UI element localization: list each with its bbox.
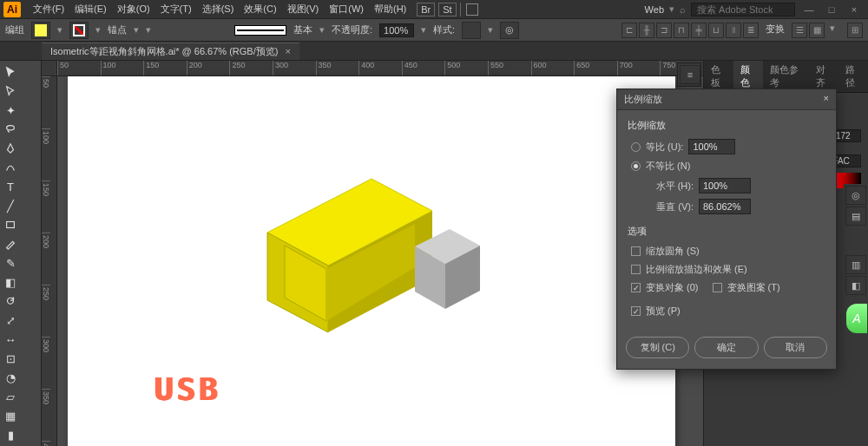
isolate-icon[interactable]: ☰ [792, 23, 807, 38]
layers-dock-icon[interactable]: ▤ [845, 207, 866, 226]
right-icon-dock: ◎ ▤ ▥ ◧ [844, 184, 868, 297]
distribute-h[interactable]: ⫴ [726, 23, 741, 38]
ok-button[interactable]: 确定 [694, 337, 758, 358]
properties-dock-icon[interactable]: ◧ [845, 276, 866, 295]
screen-mode[interactable]: ⊞ [847, 23, 863, 38]
dialog-close-icon[interactable]: × [824, 93, 829, 106]
align-right[interactable]: ⊐ [656, 23, 672, 38]
document-tabs: Isometric等距视角斜角网格.ai* @ 66.67% (RGB/预览) … [0, 42, 868, 61]
preview-checkbox[interactable] [631, 306, 641, 316]
gradient-tool[interactable]: ▮ [0, 425, 21, 444]
width-tool[interactable]: ↔ [0, 330, 21, 349]
free-transform-tool[interactable]: ⊡ [0, 349, 21, 368]
align-bottom[interactable]: ⊔ [708, 23, 724, 38]
align-left[interactable]: ⊏ [621, 23, 637, 38]
mesh-tool[interactable]: ▦ [0, 406, 21, 425]
rectangle-tool[interactable] [0, 215, 21, 234]
dock-collapse-icon[interactable]: ≡ [680, 65, 700, 84]
lasso-tool[interactable] [0, 120, 21, 139]
opacity-field[interactable]: 100% [379, 23, 414, 37]
line-tool[interactable]: ╱ [0, 196, 21, 215]
toolbox: ✦ T ╱ ✎ ◧ ⤢ ↔ ⊡ ◔ ▱ ▦ ▮ ◉ ✱ ▥ ▢ ✂ ✋ ⌕ [0, 61, 42, 446]
perspective-tool[interactable]: ▱ [0, 387, 21, 406]
assistant-fab[interactable]: A [846, 304, 867, 333]
preview-label: 预览 (P) [646, 305, 681, 318]
uniform-radio[interactable] [631, 142, 641, 152]
stroke-swatch[interactable] [69, 22, 89, 39]
fill-swatch[interactable] [31, 22, 50, 39]
panel-tab-pathfinder[interactable]: 路径 [838, 61, 868, 92]
align-vcenter[interactable]: ╪ [691, 23, 707, 38]
menu-type[interactable]: 文字(T) [155, 3, 197, 16]
arrange-icon[interactable]: ▦ [809, 23, 825, 38]
stock-button[interactable]: St [438, 3, 456, 16]
menu-view[interactable]: 视图(V) [282, 3, 325, 16]
stroke-preview[interactable] [234, 25, 286, 36]
ruler-origin[interactable] [42, 61, 57, 76]
svg-point-0 [7, 126, 15, 130]
strokes-label: 比例缩放描边和效果 (E) [646, 263, 747, 276]
appearance-dock-icon[interactable]: ◎ [845, 186, 866, 205]
uniform-field[interactable] [688, 139, 735, 154]
search-input[interactable] [691, 3, 795, 16]
menu-edit[interactable]: 编辑(E) [69, 3, 112, 16]
selection-tool[interactable] [0, 62, 21, 82]
distribute-v[interactable]: ≣ [743, 23, 759, 38]
direct-selection-tool[interactable] [0, 82, 21, 101]
options-bar: 编组 ▾ ▾ 锚点 ▾ ▾ 基本 ▾ 不透明度: 100% ▾ 样式: ▾ ◎ … [0, 19, 868, 42]
vertical-field[interactable] [699, 199, 751, 214]
menubar: Ai 文件(F) 编辑(E) 对象(O) 文字(T) 选择(S) 效果(C) 视… [0, 0, 868, 19]
nonuniform-radio[interactable] [631, 161, 641, 171]
shaper-tool[interactable]: ✎ [0, 253, 21, 272]
anchor-label: 锚点 [108, 23, 127, 36]
libraries-dock-icon[interactable]: ▥ [845, 255, 866, 274]
magic-wand-tool[interactable]: ✦ [0, 101, 21, 120]
rotate-tool[interactable] [0, 292, 21, 311]
horizontal-ruler[interactable]: 5010015020025030035040045050055060065070… [57, 61, 703, 76]
menu-select[interactable]: 选择(S) [197, 3, 240, 16]
align-top[interactable]: ⊓ [674, 23, 689, 38]
bridge-button[interactable]: Br [417, 3, 435, 16]
tab-close[interactable]: × [285, 46, 290, 56]
menu-help[interactable]: 帮助(H) [369, 3, 411, 16]
panel-tab-align[interactable]: 对齐 [809, 61, 838, 92]
strokes-checkbox[interactable] [631, 265, 641, 274]
panel-tab-color[interactable]: 颜色 [733, 61, 763, 92]
copy-button[interactable]: 复制 (C) [626, 337, 689, 358]
type-tool[interactable]: T [0, 177, 21, 196]
curvature-tool[interactable] [0, 158, 21, 177]
close-button[interactable]: × [845, 4, 863, 15]
minimize-button[interactable]: — [800, 4, 818, 15]
horizontal-field[interactable] [699, 178, 751, 193]
canvas-area[interactable]: 5010015020025030035040045050055060065070… [42, 61, 703, 446]
panel-tab-swatches[interactable]: 色板 [704, 61, 733, 92]
brush-tool[interactable] [0, 234, 21, 253]
eraser-tool[interactable]: ◧ [0, 272, 21, 292]
corners-checkbox[interactable] [631, 246, 641, 256]
vertical-ruler[interactable]: 5010015020025030035040045050055060065070… [42, 76, 57, 446]
menu-effect[interactable]: 效果(C) [239, 3, 281, 16]
align-hcenter[interactable]: ╫ [639, 23, 654, 38]
usb-text[interactable]: USB [155, 371, 221, 407]
cancel-button[interactable]: 取消 [764, 337, 827, 358]
shape-builder-tool[interactable]: ◔ [0, 368, 21, 387]
transform-label[interactable]: 变换 [766, 23, 785, 38]
pen-tool[interactable] [0, 139, 21, 158]
vertical-label: 垂直 (V): [645, 200, 694, 213]
maximize-button[interactable]: □ [823, 4, 840, 15]
basic-label: 基本 [293, 23, 312, 36]
align-icon[interactable]: ◎ [500, 22, 519, 39]
menu-object[interactable]: 对象(O) [112, 3, 155, 16]
transform-objects-label: 变换对象 (0) [646, 281, 699, 294]
document-tab[interactable]: Isometric等距视角斜角网格.ai* @ 66.67% (RGB/预览) … [42, 43, 299, 60]
scale-tool[interactable]: ⤢ [0, 311, 21, 330]
style-label: 样式: [433, 23, 455, 36]
workspace-switcher[interactable]: Web [645, 4, 664, 15]
cloud-icon[interactable] [466, 3, 478, 16]
artboard[interactable]: USB [68, 76, 675, 446]
usb-artwork[interactable] [233, 163, 493, 354]
menu-file[interactable]: 文件(F) [28, 3, 69, 16]
menu-window[interactable]: 窗口(W) [324, 3, 369, 16]
panel-tab-colorguide[interactable]: 颜色参考 [763, 61, 808, 92]
style-swatch[interactable] [462, 22, 481, 39]
